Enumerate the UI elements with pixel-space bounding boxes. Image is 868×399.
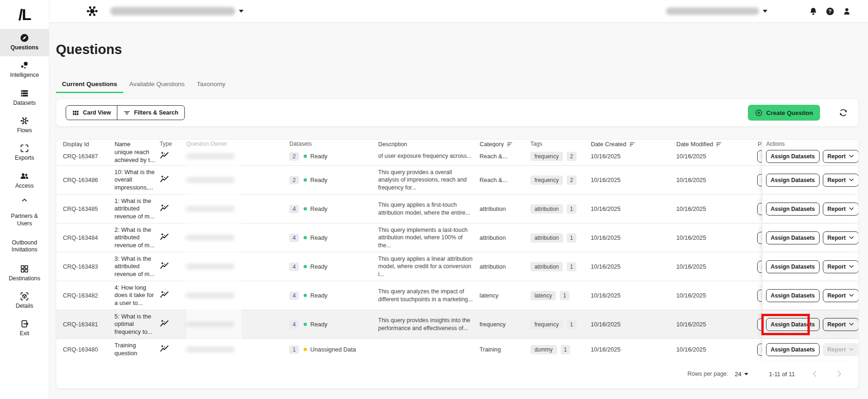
table-row[interactable]: CRQ-1634824: How long does it take for a…	[56, 281, 858, 310]
collapse-sidebar-button[interactable]	[0, 195, 49, 207]
header-display-id: Display Id	[63, 141, 115, 148]
cell-tags: attribution1	[530, 204, 591, 214]
previous-page-button[interactable]	[811, 370, 819, 378]
cell-date-modified: 10/16/2025	[676, 205, 757, 212]
header-date-created-label: Date Created	[591, 141, 626, 148]
sidebar-nav: QuestionsIntelligenceDatasetsFlowsExport…	[0, 29, 49, 343]
cell-date-created: 10/16/2025	[590, 234, 676, 241]
rows-per-page-select[interactable]: 24	[735, 371, 748, 378]
help-icon[interactable]: ?	[826, 7, 834, 16]
tab-current-questions[interactable]: Current Questions	[56, 78, 123, 93]
cell-question-name: Training question	[115, 342, 160, 357]
sidebar-item-access[interactable]: Access	[0, 167, 49, 195]
tag-chip: frequency	[530, 152, 563, 161]
report-button[interactable]: Report	[823, 231, 859, 244]
report-button[interactable]: Report	[823, 318, 859, 331]
caret-down-icon	[744, 373, 748, 375]
cell-date-created: 10/16/2025	[590, 176, 676, 183]
cell-type	[160, 175, 186, 185]
brand-logo[interactable]: /L	[0, 0, 49, 29]
table-footer: Rows per page: 24 1-11 of 11	[56, 359, 858, 388]
report-button[interactable]: Report	[823, 289, 859, 302]
sidebar-item-label: Outbound Invitations	[3, 239, 46, 254]
assign-datasets-button[interactable]: Assign Datasets	[766, 203, 820, 216]
assign-datasets-button[interactable]: Assign Datasets	[766, 289, 820, 302]
cell-actions: Assign DatasetsReport	[762, 166, 858, 194]
header-actions: Actions	[762, 141, 858, 147]
sidebar-item-label: Partners & Users	[3, 213, 46, 227]
sidebar-item-flows[interactable]: Flows	[0, 112, 49, 139]
table-row[interactable]: CRQ-163487unique reach achieved by t...2…	[56, 147, 858, 166]
user-profile-icon[interactable]	[842, 7, 851, 16]
notifications-bell-icon[interactable]	[809, 7, 818, 16]
chevron-down-icon	[849, 348, 854, 351]
cell-date-modified: 10/16/2025	[676, 234, 757, 241]
report-button[interactable]: Report	[823, 203, 859, 216]
cell-type	[160, 203, 186, 214]
tab-available-questions[interactable]: Available Questions	[123, 78, 191, 93]
table-row[interactable]: CRQ-1634842: What is the attributed reve…	[56, 223, 858, 252]
table-row[interactable]: CRQ-1634833: What is the attributed reve…	[56, 252, 858, 281]
assign-datasets-button[interactable]: Assign Datasets	[766, 150, 820, 163]
plus-circle-icon	[755, 109, 763, 117]
sidebar-item-intelligence[interactable]: Intelligence	[0, 56, 49, 84]
tab-taxonomy[interactable]: Taxonomy	[191, 78, 232, 93]
sidebar-item-outbound-invitations[interactable]: Outbound Invitations	[0, 233, 49, 260]
next-page-button[interactable]	[835, 370, 843, 378]
table-row[interactable]: CRQ-1634815: What is the optimal frequen…	[56, 310, 858, 339]
assign-datasets-button[interactable]: Assign Datasets	[766, 343, 820, 356]
workspace-selector[interactable]	[110, 7, 244, 15]
report-label: Report	[827, 264, 846, 270]
assign-datasets-button[interactable]: Assign Datasets	[766, 231, 820, 244]
sort-icon[interactable]	[716, 142, 722, 147]
cell-display-id: CRQ-163485	[63, 205, 115, 212]
grid-view-icon	[72, 109, 79, 116]
sparkle-chart-icon	[160, 344, 170, 353]
sidebar-item-partners-users[interactable]: Partners & Users	[0, 207, 49, 233]
cell-actions: Assign DatasetsReport	[762, 310, 858, 338]
sidebar-item-exports[interactable]: Exports	[0, 139, 49, 167]
cell-question-name: 4: How long does it take for a user to..…	[115, 284, 160, 306]
owner-name-blurred	[186, 206, 235, 212]
sidebar-item-details[interactable]: Details	[0, 287, 49, 315]
sidebar-item-datasets[interactable]: Datasets	[0, 84, 49, 112]
sidebar-item-destinations[interactable]: Destinations	[0, 260, 49, 287]
status-dot	[304, 348, 307, 351]
sidebar-item-questions[interactable]: Questions	[0, 29, 49, 56]
assign-datasets-button[interactable]: Assign Datasets	[766, 318, 820, 331]
cell-date-modified: 10/16/2025	[676, 263, 757, 270]
sort-icon[interactable]	[507, 142, 513, 147]
chevron-down-icon	[849, 265, 854, 268]
cell-date-created: 10/16/2025	[590, 153, 676, 160]
sidebar-item-exit[interactable]: Exit	[0, 315, 49, 342]
chevron-down-icon	[849, 155, 854, 158]
report-button[interactable]: Report	[823, 260, 859, 273]
table-header-row: Display Id Name Type Question Owner Data…	[56, 140, 858, 147]
sparkle-chart-icon	[160, 232, 170, 241]
table-row[interactable]: CRQ-16348610: What is the overall impres…	[56, 166, 858, 195]
datasets-icon	[20, 89, 29, 98]
report-button[interactable]: Report	[823, 174, 859, 187]
filters-search-button[interactable]: Filters & Search	[117, 105, 185, 120]
cell-clipped-column: S	[757, 281, 762, 310]
sidebar: /L QuestionsIntelligenceDatasetsFlowsExp…	[0, 0, 49, 399]
table-row[interactable]: CRQ-1634851: What is the attributed reve…	[56, 195, 858, 223]
refresh-button[interactable]	[839, 108, 848, 117]
assign-datasets-button[interactable]: Assign Datasets	[766, 260, 820, 273]
create-question-button[interactable]: Create Question	[748, 105, 820, 121]
sort-icon[interactable]	[629, 142, 636, 147]
card-view-button[interactable]: Card View	[66, 105, 117, 120]
sparkle-chart-icon	[160, 319, 170, 328]
account-selector[interactable]	[666, 7, 767, 15]
report-button[interactable]: Report	[823, 343, 859, 356]
table-row[interactable]: CRQ-163480Training question1Unassigned D…	[56, 339, 858, 360]
status-dot	[304, 155, 307, 158]
report-button[interactable]: Report	[823, 150, 859, 163]
header-category-label: Category	[480, 141, 504, 148]
sidebar-item-label: Access	[15, 183, 34, 189]
status-text: Ready	[310, 321, 327, 328]
assign-datasets-button[interactable]: Assign Datasets	[766, 174, 820, 187]
status-dot	[304, 294, 307, 297]
owner-name-blurred	[186, 292, 235, 298]
flows-icon	[20, 116, 29, 125]
